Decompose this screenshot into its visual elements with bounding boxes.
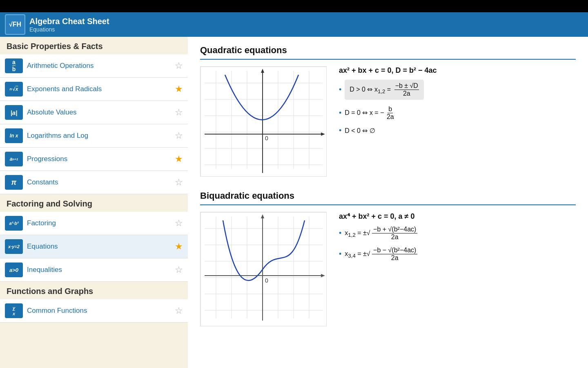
logarithms-icon: ln x — [5, 128, 23, 143]
inequalities-icon: a>0 — [5, 263, 23, 277]
common-functions-label: Common Functions — [27, 307, 171, 315]
constants-label: Constants — [27, 178, 171, 186]
logo-text: √FH — [9, 21, 21, 28]
exponents-label: Exponents and Radicals — [27, 85, 171, 93]
bullet-3: • — [339, 126, 341, 135]
sidebar-item-exponents[interactable]: n√x Exponents and Radicals ★ — [0, 78, 188, 101]
arithmetic-icon: a b — [5, 58, 23, 73]
app-header: √FH Algebra Cheat Sheet Equations — [0, 12, 588, 37]
biquadratic-title: Biquadratic equations — [200, 191, 576, 205]
exponents-star[interactable]: ★ — [175, 84, 183, 94]
quadratic-title: Quadratic equations — [200, 45, 576, 60]
common-functions-icon: y x — [5, 303, 23, 318]
section-header-factoring: Factoring and Solving — [0, 194, 188, 212]
factoring-star[interactable]: ☆ — [175, 218, 183, 229]
equations-icon: x·y=2 — [5, 239, 23, 254]
inequalities-star[interactable]: ☆ — [175, 265, 183, 275]
biq-bullet-2: • — [339, 250, 341, 258]
biq-bullet-1: • — [339, 229, 341, 238]
biquadratic-formulas: ax⁴ + bx² + c = 0, a ≠ 0 • x1,2 = ±√ −b … — [339, 212, 576, 267]
biquadratic-graph: 0 — [200, 212, 327, 326]
quadratic-graph: 0 — [200, 66, 327, 177]
quadratic-body: 0 ax² + bx + c = 0, D = b² − 4ac • D > 0 — [200, 66, 576, 178]
formula-d-zero-text: D = 0 ⇔ x = − b 2a — [345, 105, 394, 121]
app-title: Algebra Cheat Sheet — [29, 17, 109, 26]
sidebar-item-arithmetic[interactable]: a b Arithmetic Operations ☆ — [0, 54, 188, 78]
biquadratic-section: Biquadratic equations — [200, 191, 576, 328]
arithmetic-label: Arithmetic Operations — [27, 62, 171, 70]
section-header-functions: Functions and Graphs — [0, 282, 188, 299]
biquadratic-main-formula: ax⁴ + bx² + c = 0, a ≠ 0 — [339, 212, 576, 221]
progressions-icon: an+1 — [5, 152, 23, 166]
exponents-icon: n√x — [5, 82, 23, 96]
equations-label: Equations — [27, 242, 171, 251]
quadratic-formula-d-neg: • D < 0 ⇔ ∅ — [339, 126, 576, 135]
biq-formula-1-text: x1,2 = ±√ −b + √(b²−4ac) 2a — [345, 226, 417, 241]
sidebar-item-equations[interactable]: x·y=2 Equations ★ — [0, 235, 188, 258]
main-container: Basic Properties & Facts a b Arithmetic … — [0, 37, 588, 368]
arithmetic-star[interactable]: ☆ — [175, 61, 183, 71]
top-status-bar — [0, 0, 588, 12]
constants-icon: π — [5, 175, 23, 190]
content-area: Quadratic equations — [188, 37, 588, 368]
sidebar-item-inequalities[interactable]: a>0 Inequalities ☆ — [0, 258, 188, 282]
biquadratic-graph-container: 0 — [200, 212, 331, 328]
sidebar-item-common-functions[interactable]: y x Common Functions ☆ — [0, 299, 188, 323]
sidebar-item-progressions[interactable]: an+1 Progressions ★ — [0, 148, 188, 171]
sidebar-item-constants[interactable]: π Constants ☆ — [0, 171, 188, 194]
constants-star[interactable]: ☆ — [175, 177, 183, 188]
svg-text:0: 0 — [265, 277, 268, 284]
logarithms-label: Logarithms and Log — [27, 132, 171, 140]
header-text-group: Algebra Cheat Sheet Equations — [29, 17, 109, 33]
inequalities-label: Inequalities — [27, 266, 171, 274]
formula-d-neg-text: D < 0 ⇔ ∅ — [345, 127, 375, 135]
svg-text:0: 0 — [265, 135, 268, 141]
bullet-2: • — [339, 109, 341, 117]
quadratic-formulas: ax² + bx + c = 0, D = b² − 4ac • D > 0 ⇔… — [339, 66, 576, 141]
sidebar-item-absolute[interactable]: |a| Absolute Values ☆ — [0, 101, 188, 124]
quadratic-main-formula: ax² + bx + c = 0, D = b² − 4ac — [339, 66, 576, 75]
quadratic-graph-container: 0 — [200, 66, 331, 178]
logarithms-star[interactable]: ☆ — [175, 130, 183, 141]
app-logo: √FH — [5, 14, 25, 35]
sidebar-item-factoring[interactable]: a²·b² Factoring ☆ — [0, 212, 188, 235]
app-subtitle: Equations — [29, 26, 109, 33]
section-header-basic: Basic Properties & Facts — [0, 37, 188, 54]
factoring-icon: a²·b² — [5, 216, 23, 231]
sidebar: Basic Properties & Facts a b Arithmetic … — [0, 37, 188, 368]
quadratic-section: Quadratic equations — [200, 45, 576, 178]
progressions-star[interactable]: ★ — [175, 154, 183, 164]
common-functions-star[interactable]: ☆ — [175, 305, 183, 316]
biquadratic-formula-2: • x3,4 = ±√ −b − √(b²−4ac) 2a — [339, 247, 576, 262]
factoring-label: Factoring — [27, 219, 171, 227]
sidebar-item-logarithms[interactable]: ln x Logarithms and Log ☆ — [0, 124, 188, 148]
biq-formula-2-text: x3,4 = ±√ −b − √(b²−4ac) 2a — [345, 247, 417, 262]
formula-highlight-1: D > 0 ⇔ x1,2 = −b ± √D 2a — [345, 80, 424, 100]
quadratic-formula-d-zero: • D = 0 ⇔ x = − b 2a — [339, 105, 576, 121]
progressions-label: Progressions — [27, 155, 171, 163]
biquadratic-body: 0 ax⁴ + bx² + c = 0, a ≠ 0 • x1,2 = ±√ — [200, 212, 576, 328]
absolute-star[interactable]: ☆ — [175, 107, 183, 118]
svg-rect-19 — [200, 212, 327, 326]
absolute-icon: |a| — [5, 105, 23, 120]
bullet-1: • — [339, 85, 341, 94]
quadratic-formula-d-pos: • D > 0 ⇔ x1,2 = −b ± √D 2a — [339, 80, 576, 100]
equations-star[interactable]: ★ — [175, 241, 183, 252]
biquadratic-formula-1: • x1,2 = ±√ −b + √(b²−4ac) 2a — [339, 226, 576, 241]
absolute-label: Absolute Values — [27, 108, 171, 117]
